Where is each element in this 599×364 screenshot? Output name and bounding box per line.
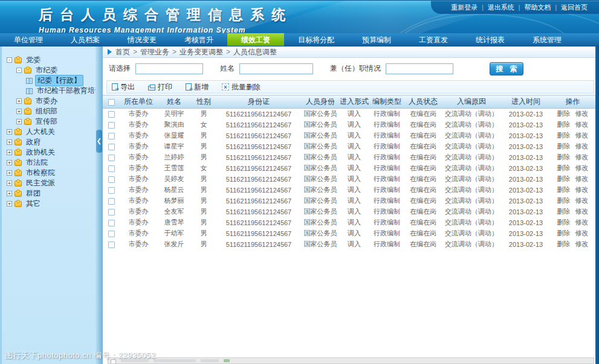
- tree-node-label[interactable]: 市纪委: [34, 65, 59, 75]
- tree-node[interactable]: 市纪检干部教育培训中心: [2, 86, 96, 96]
- delete-link[interactable]: 删除: [557, 121, 571, 128]
- row-checkbox[interactable]: [108, 176, 115, 183]
- row-checkbox[interactable]: [108, 111, 115, 118]
- edit-link[interactable]: 修改: [575, 164, 589, 171]
- edit-link[interactable]: 修改: [575, 142, 589, 150]
- tree-node[interactable]: +其它: [2, 199, 96, 209]
- edit-link[interactable]: 修改: [575, 110, 589, 117]
- nav-item[interactable]: 考核晋升: [170, 33, 227, 46]
- row-checkbox[interactable]: [108, 209, 115, 216]
- tree-toggle-icon[interactable]: +: [16, 109, 22, 114]
- delete-link[interactable]: 删除: [557, 186, 571, 193]
- search-button[interactable]: 搜 索: [490, 62, 523, 75]
- delete-link[interactable]: 删除: [557, 240, 571, 247]
- tree-node[interactable]: +组织部: [2, 106, 96, 117]
- row-checkbox[interactable]: [108, 220, 115, 226]
- delete-link[interactable]: 删除: [557, 164, 571, 171]
- delete-link[interactable]: 删除: [557, 153, 571, 161]
- row-checkbox[interactable]: [108, 122, 115, 129]
- select-all-checkbox[interactable]: [108, 99, 115, 106]
- row-checkbox[interactable]: [108, 198, 115, 205]
- edit-link[interactable]: 修改: [575, 121, 589, 128]
- name-input[interactable]: [239, 63, 313, 74]
- nav-item[interactable]: 统计报表: [462, 33, 519, 46]
- tree-node[interactable]: +民主党派: [2, 178, 96, 188]
- sidebar-collapse-button[interactable]: ❮: [96, 130, 102, 153]
- quick-link[interactable]: 返回首页: [557, 3, 592, 12]
- tree-toggle-icon[interactable]: +: [7, 150, 12, 155]
- tree-toggle-icon[interactable]: -: [16, 68, 22, 73]
- nav-item[interactable]: 人员档案: [57, 33, 114, 46]
- toolbar-button-新增[interactable]: 新增: [186, 82, 209, 92]
- tree-toggle-icon[interactable]: -: [7, 57, 12, 63]
- delete-link[interactable]: 删除: [557, 219, 571, 226]
- breadcrumb-item[interactable]: 首页: [115, 48, 130, 56]
- breadcrumb-item[interactable]: 人员信息调整: [233, 48, 277, 56]
- tree-toggle-icon[interactable]: +: [7, 170, 12, 176]
- tree-node-label[interactable]: 人大机关: [24, 127, 57, 137]
- row-checkbox[interactable]: [108, 231, 115, 237]
- nav-item[interactable]: 系统管理: [519, 33, 575, 46]
- quick-link[interactable]: 帮助文档: [520, 3, 555, 12]
- nav-item[interactable]: 预算编制: [348, 33, 405, 46]
- tree-node-label[interactable]: 市检察院: [24, 168, 57, 178]
- tree-node-label[interactable]: 市法院: [24, 158, 50, 168]
- tree-node[interactable]: +宣传部: [2, 117, 96, 127]
- tree-node-label[interactable]: 市委办: [34, 96, 59, 106]
- edit-link[interactable]: 修改: [575, 197, 589, 204]
- breadcrumb-item[interactable]: 业务变更调整: [180, 48, 223, 56]
- row-checkbox[interactable]: [108, 155, 115, 161]
- tree-node[interactable]: 纪委【行政】: [2, 75, 96, 86]
- tree-toggle-icon[interactable]: +: [7, 180, 12, 186]
- delete-link[interactable]: 删除: [557, 175, 571, 182]
- edit-link[interactable]: 修改: [575, 153, 589, 161]
- tree-toggle-icon[interactable]: +: [16, 119, 22, 124]
- tree-toggle-icon[interactable]: +: [16, 98, 22, 104]
- edit-link[interactable]: 修改: [575, 132, 589, 139]
- nav-item[interactable]: 目标将分配: [284, 33, 348, 46]
- tree-node[interactable]: +市委办: [2, 96, 96, 106]
- delete-link[interactable]: 删除: [557, 110, 571, 117]
- edit-link[interactable]: 修改: [575, 175, 589, 182]
- row-checkbox[interactable]: [108, 165, 115, 172]
- delete-link[interactable]: 删除: [557, 197, 571, 204]
- vertical-scrollbar[interactable]: [595, 46, 599, 364]
- delete-link[interactable]: 删除: [557, 142, 571, 150]
- edit-link[interactable]: 修改: [575, 240, 589, 247]
- nav-item[interactable]: 情况变更: [114, 33, 170, 46]
- row-checkbox[interactable]: [108, 144, 115, 150]
- tree-node-label[interactable]: 民主党派: [24, 178, 57, 188]
- nav-item[interactable]: 工资直发: [405, 33, 462, 46]
- tree-node[interactable]: +人大机关: [2, 127, 96, 137]
- edit-link[interactable]: 修改: [575, 229, 589, 237]
- edit-link[interactable]: 修改: [575, 186, 589, 193]
- parttime-input[interactable]: [386, 63, 453, 74]
- row-checkbox[interactable]: [108, 241, 115, 248]
- tree-node-label[interactable]: 其它: [24, 199, 42, 209]
- tree-node[interactable]: +市检察院: [2, 168, 96, 178]
- tree-node-label[interactable]: 群团: [24, 188, 42, 199]
- delete-link[interactable]: 删除: [557, 132, 571, 139]
- breadcrumb-item[interactable]: 管理业务: [140, 48, 169, 56]
- tree-toggle-icon[interactable]: +: [7, 191, 12, 196]
- tree-toggle-icon[interactable]: +: [7, 201, 12, 206]
- tree-node-label[interactable]: 市纪检干部教育培训中心: [35, 86, 96, 96]
- edit-link[interactable]: 修改: [575, 208, 589, 215]
- nav-item[interactable]: 单位管理: [0, 33, 57, 46]
- tree-node[interactable]: +政府: [2, 137, 96, 147]
- tree-toggle-icon[interactable]: +: [7, 129, 12, 135]
- toolbar-button-打印[interactable]: 打印: [148, 82, 172, 92]
- tree-node-label[interactable]: 宣传部: [34, 117, 59, 127]
- tree-toggle-icon[interactable]: +: [7, 139, 12, 145]
- tree-toggle-icon[interactable]: +: [7, 160, 12, 165]
- delete-link[interactable]: 删除: [557, 208, 571, 215]
- tree-node[interactable]: +政协机关: [2, 147, 96, 158]
- tree-node[interactable]: -市纪委: [2, 65, 96, 75]
- toolbar-button-导出[interactable]: 导出: [112, 82, 135, 92]
- tree-node[interactable]: -党委: [2, 55, 96, 65]
- toolbar-button-批量删除[interactable]: ×批量删除: [222, 82, 261, 92]
- tree-node-label[interactable]: 纪委【行政】: [35, 75, 83, 86]
- tree-node[interactable]: +市法院: [2, 158, 96, 168]
- nav-item[interactable]: 绩效工资: [227, 33, 284, 46]
- delete-link[interactable]: 删除: [557, 229, 571, 237]
